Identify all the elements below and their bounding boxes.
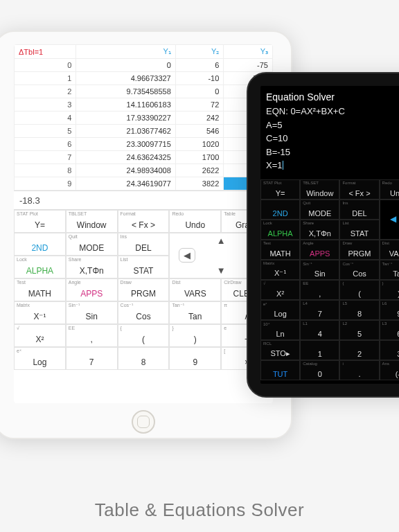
key-tan[interactable]: Tan⁻¹Tan xyxy=(169,301,221,324)
key-alpha[interactable]: LockALPHA xyxy=(14,256,66,278)
key-del[interactable]: InsDEL xyxy=(118,233,170,256)
key-apps[interactable]: AngleAPPS xyxy=(66,278,118,301)
cell-y2[interactable]: 0 xyxy=(175,85,224,98)
key-stat[interactable]: ListSTAT xyxy=(118,256,170,278)
table-header-y3[interactable]: Y₃ xyxy=(224,45,273,59)
cell-index[interactable]: 8 xyxy=(15,164,76,177)
cell-index[interactable]: 9 xyxy=(15,177,76,190)
key-8[interactable]: L58 xyxy=(339,300,379,320)
key-x-[interactable]: MatrixX⁻¹ xyxy=(14,301,66,324)
cell-index[interactable]: 3 xyxy=(15,98,76,112)
cell-y1[interactable]: 21.03677462 xyxy=(76,125,175,138)
key-8[interactable]: 8 xyxy=(118,347,170,370)
table-row[interactable]: 824.989340082622-30.2 xyxy=(15,164,273,177)
cell-y2[interactable]: 3822 xyxy=(175,177,224,190)
key-y-[interactable]: STAT PlotY= xyxy=(260,179,300,200)
cell-y2[interactable]: -10 xyxy=(175,72,224,85)
key-window[interactable]: TBLSETWindow xyxy=(66,210,118,233)
key--[interactable]: }) xyxy=(380,280,399,300)
key--fx-[interactable]: Format< Fx > xyxy=(118,210,170,233)
key-prgm[interactable]: DrawPRGM xyxy=(118,278,170,301)
table-row[interactable]: 417.93390227242-63.8 xyxy=(15,112,273,125)
key-tan[interactable]: Tan⁻¹Tan xyxy=(380,260,399,280)
key-9[interactable]: L69 xyxy=(380,300,399,320)
key-math[interactable]: TestMATH xyxy=(14,278,66,301)
key-undo[interactable]: RedoUndo xyxy=(169,210,221,233)
cell-y2[interactable]: 546 xyxy=(175,125,224,138)
arrow-down-icon[interactable]: ▼ xyxy=(217,265,226,276)
cell-y2[interactable]: 1020 xyxy=(175,138,224,151)
key--[interactable]: {( xyxy=(339,280,379,300)
key-cos[interactable]: Cos⁻¹Cos xyxy=(339,260,379,280)
key--[interactable]: Ans(-) xyxy=(380,360,399,380)
table-row[interactable]: 724.636243251700-40.7 xyxy=(15,151,273,164)
cell-y3[interactable]: -75 xyxy=(224,59,273,72)
key-stat[interactable]: ListSTAT xyxy=(339,220,379,240)
key-y-[interactable]: STAT PlotY= xyxy=(14,210,66,233)
table-row[interactable]: 14.96673327-10-74.3 xyxy=(15,72,273,85)
table-row[interactable]: 924.346190773822-18.3 xyxy=(15,177,273,190)
cell-index[interactable]: 6 xyxy=(15,138,76,151)
key-5[interactable]: L25 xyxy=(339,320,379,340)
key-3[interactable]: 3 xyxy=(380,340,399,360)
key--[interactable]: {( xyxy=(118,324,170,347)
key-vars[interactable]: DistVARS xyxy=(169,278,221,301)
home-button[interactable] xyxy=(132,410,155,434)
cell-y1[interactable]: 4.96673327 xyxy=(76,72,175,85)
entry-value[interactable]: -18.3 xyxy=(19,195,40,206)
key-7[interactable]: 7 xyxy=(66,347,118,370)
key-sto-[interactable]: RCLSTO▸ xyxy=(260,340,300,360)
cell-y1[interactable]: 24.63624325 xyxy=(76,151,175,164)
key-cos[interactable]: Cos⁻¹Cos xyxy=(118,301,170,324)
cell-y1[interactable]: 14.11606183 xyxy=(76,98,175,112)
cell-y2[interactable]: 1700 xyxy=(175,151,224,164)
cell-index[interactable]: 2 xyxy=(15,85,76,98)
key-mode[interactable]: QuitMODE xyxy=(300,200,339,220)
key-mode[interactable]: QuitMODE xyxy=(66,233,118,256)
key--[interactable]: }) xyxy=(169,324,221,347)
cell-y1[interactable]: 24.34619077 xyxy=(76,177,175,190)
table-header-y1[interactable]: Y₁ xyxy=(76,45,175,59)
cell-index[interactable]: 5 xyxy=(15,125,76,138)
cell-y1[interactable]: 9.735458558 xyxy=(76,85,175,98)
key-6[interactable]: L36 xyxy=(380,320,399,340)
key-del[interactable]: InsDEL xyxy=(339,200,379,220)
cell-y1[interactable]: 17.93390227 xyxy=(76,112,175,125)
table-header-y2[interactable]: Y₂ xyxy=(175,45,224,59)
key-undo[interactable]: RedoUndo xyxy=(380,179,399,200)
key-9[interactable]: 9 xyxy=(169,347,221,370)
cell-index[interactable]: 7 xyxy=(15,151,76,164)
key-prgm[interactable]: DrawPRGM xyxy=(339,240,379,260)
key-x-[interactable]: √X² xyxy=(260,280,300,300)
key-0[interactable]: Catalog0 xyxy=(300,360,339,380)
key--fx-[interactable]: Format< Fx > xyxy=(339,179,379,200)
arrow-left-icon[interactable]: ◀ xyxy=(390,214,396,224)
key--[interactable]: i. xyxy=(339,360,379,380)
key-x-t-n[interactable]: ShareX,TΦn xyxy=(66,256,118,278)
key-math[interactable]: TestMATH xyxy=(260,240,300,260)
key-alpha[interactable]: LockALPHA xyxy=(260,220,300,240)
cell-index[interactable]: 0 xyxy=(15,59,76,72)
arrow-left-icon[interactable]: ◀ xyxy=(179,248,195,263)
key--[interactable]: EE, xyxy=(300,280,339,300)
key-2nd[interactable]: 2ND xyxy=(260,200,300,220)
cell-y2[interactable]: 72 xyxy=(175,98,224,112)
table-row[interactable]: 006-75 xyxy=(15,59,273,72)
cell-y2[interactable]: 6 xyxy=(175,59,224,72)
key-x-t-n[interactable]: ShareX,TΦn xyxy=(300,220,339,240)
cell-y1[interactable]: 24.98934008 xyxy=(76,164,175,177)
arrow-up-icon[interactable]: ▲ xyxy=(217,236,226,246)
key-ln[interactable]: 10ˣLn xyxy=(260,320,300,340)
key-x-[interactable]: √X² xyxy=(14,324,66,347)
table-row[interactable]: 314.1160618372-68.7 xyxy=(15,98,273,112)
key-tut[interactable]: TUT xyxy=(260,360,300,380)
key-log[interactable]: eˣLog xyxy=(260,300,300,320)
key-1[interactable]: 1 xyxy=(300,340,339,360)
key-vars[interactable]: DistVARS xyxy=(380,240,399,260)
table-row[interactable]: 521.03677462546-57.5 xyxy=(15,125,273,138)
key-2[interactable]: 2 xyxy=(339,340,379,360)
cell-index[interactable]: 4 xyxy=(15,112,76,125)
cell-y1[interactable]: 0 xyxy=(76,59,175,72)
cell-y2[interactable]: 242 xyxy=(175,112,224,125)
key-log[interactable]: eˣLog xyxy=(14,347,66,370)
